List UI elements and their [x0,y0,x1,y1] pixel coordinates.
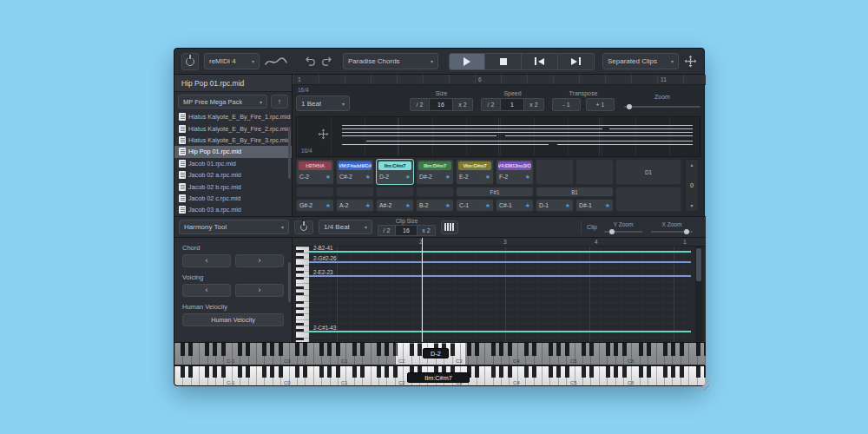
browser-scrollbar[interactable] [288,127,291,179]
undo-button[interactable] [305,56,316,66]
playhead[interactable] [422,238,423,342]
clips-mode-select[interactable]: Separated Clips [602,53,679,69]
pack-select[interactable]: MP Free Mega Pack [178,95,267,108]
keyboard-view-button[interactable] [441,220,458,234]
file-row[interactable]: Jacob 02 c.rpc.mid [174,193,292,204]
zoom-slider-thumb[interactable] [627,104,632,109]
x-zoom-slider[interactable] [651,231,693,233]
size-double-button[interactable]: x 2 [453,98,473,111]
human-velocity-button[interactable]: Human Velocity [182,313,284,326]
star-icon[interactable] [326,174,331,181]
note-pad[interactable]: D-1 [536,199,574,212]
clip-pad[interactable]: B1 [536,187,614,197]
note-pad[interactable]: A-2 [336,199,374,212]
file-row[interactable]: Jacob 03 a.rpc.mid [174,204,292,215]
empty-pad[interactable] [416,187,454,197]
octave-down-button[interactable]: ▾ [690,202,693,209]
star-icon[interactable] [485,174,490,181]
keyboard-main[interactable]: C-1 C0 C1 C2 C3 C4 C5 C6 IIm:C#m7 [174,365,706,385]
preset-select[interactable]: Paradise Chords [343,53,438,69]
empty-pad[interactable] [296,187,334,197]
panel-scrollbar[interactable] [288,262,291,302]
chord-pad-selected[interactable]: IIm:C#m7 D-2 [376,159,414,185]
stop-button[interactable] [485,53,522,70]
clip-preview[interactable]: 16/4 [296,116,700,157]
star-icon[interactable] [326,202,331,209]
star-icon[interactable] [445,202,450,209]
star-icon[interactable] [525,202,530,209]
speed-double-button[interactable]: x 2 [524,98,544,111]
file-row[interactable]: Jacob 02 a.rpc.mid [174,169,292,181]
roll-scrollbar[interactable] [695,247,702,342]
voicing-prev-button[interactable]: ‹ [182,284,231,297]
note-pad[interactable]: C-1 [456,199,494,212]
star-icon[interactable] [525,174,530,181]
transpose-up-button[interactable]: + 1 [586,98,615,111]
empty-pad[interactable] [376,187,414,197]
clip-pad[interactable]: F#1 [456,187,534,197]
chord-pad[interactable]: I:B7#5/A C-2 [296,159,334,185]
note-pad[interactable]: B-2 [416,199,454,212]
clip-size-halve-button[interactable]: / 2 [378,225,396,236]
skip-back-button[interactable] [522,53,558,70]
voicing-next-button[interactable]: › [235,284,284,297]
clip-ruler[interactable]: 1 6 11 [293,75,706,85]
power-button[interactable] [181,53,199,70]
note-pad[interactable]: D#-1 [575,199,614,212]
note-lane[interactable] [309,251,691,253]
tool-power-button[interactable] [294,220,313,234]
y-zoom-thumb[interactable] [609,229,615,234]
file-row[interactable]: Hiatus Kalyote_E_By_Fire_1.rpc.mid [174,111,292,122]
file-row[interactable]: Hiatus Kalyote_E_By_Fire_3.rpc.mid [174,135,292,146]
star-icon[interactable] [565,202,570,209]
clip-move-handle[interactable] [318,128,329,140]
harmony-tool-select[interactable]: Harmony Tool [179,220,289,234]
chord-pad[interactable]: IIIm:D#m7 D#-2 [416,159,454,185]
size-halve-button[interactable]: / 2 [410,98,430,111]
empty-pad[interactable] [536,159,574,185]
star-icon[interactable] [485,202,490,209]
x-zoom-thumb[interactable] [684,229,689,234]
note-lane[interactable] [309,261,691,263]
zoom-slider[interactable] [624,106,700,108]
skip-forward-button[interactable] [558,53,595,70]
wide-pad-empty[interactable] [615,187,681,212]
chord-prev-button[interactable]: ‹ [182,254,231,267]
empty-pad[interactable] [575,159,614,185]
clip-size-double-button[interactable]: x 2 [418,225,436,236]
star-icon[interactable] [365,202,371,209]
roll-bar-ruler[interactable]: 2 3 4 1 [293,238,706,247]
clip-drag-label[interactable]: Clip [587,224,597,230]
transpose-down-button[interactable]: - 1 [552,98,581,111]
chord-next-button[interactable]: › [235,254,284,267]
note-pad[interactable]: C#-1 [496,199,534,212]
note-lane[interactable] [309,275,691,277]
roll-scrollbar-thumb[interactable] [696,248,701,281]
speed-halve-button[interactable]: / 2 [481,98,501,111]
window-move-handle[interactable] [684,55,697,68]
y-zoom-slider[interactable] [604,231,642,233]
note-pad[interactable]: A#-2 [376,199,414,212]
redo-button[interactable] [321,56,332,66]
star-icon[interactable] [365,174,371,181]
keyboard-overview[interactable]: C-1 C0 C1 C2 C3 C4 C5 C6 D-2 [174,343,706,365]
parent-folder-button[interactable]: ↑ [271,95,288,108]
file-row-selected[interactable]: Hip Pop 01.rpc.mid [174,146,292,157]
star-icon[interactable] [445,174,450,181]
roll-keys-column[interactable] [296,247,309,342]
file-row[interactable]: Jacob 01.rpc.mid [174,158,292,169]
note-lane[interactable] [309,331,691,332]
note-pad[interactable]: G#-2 [296,199,334,212]
quarter-beat-select[interactable]: 1/4 Beat [319,220,372,234]
chord-pad[interactable]: IV4:EM13no3/C# F-2 [496,159,534,185]
star-icon[interactable] [405,202,411,209]
star-icon[interactable] [405,174,411,181]
chord-pad[interactable]: VM:F#add9/G# C#-2 [336,159,374,185]
star-icon[interactable] [605,202,610,209]
file-row[interactable]: Hiatus Kalyote_E_By_Fire_2.rpc.mid [174,122,292,134]
octave-up-button[interactable]: ▴ [690,161,693,168]
empty-pad[interactable] [336,187,374,197]
chord-pad[interactable]: VIm:G#m7 E-2 [456,159,494,185]
device-select[interactable]: reMIDI 4 [204,53,260,69]
play-button[interactable] [449,53,485,70]
